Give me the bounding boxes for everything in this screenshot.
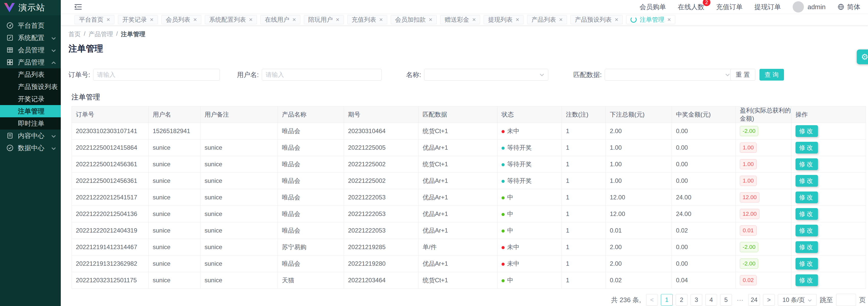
cell-win: 0.00: [672, 239, 736, 256]
tab-online-users[interactable]: 在线用户×: [260, 15, 300, 24]
chevron-down-icon: [725, 73, 730, 76]
filter-buttons: 重置 查询: [731, 69, 784, 80]
close-icon[interactable]: ×: [667, 16, 671, 23]
sidebar-item-content-center[interactable]: 内容中心: [0, 130, 61, 142]
close-icon[interactable]: ×: [516, 16, 519, 23]
breadcrumb-separator: /: [84, 30, 86, 38]
reset-button[interactable]: 重置: [731, 69, 755, 80]
tab-lottery-records[interactable]: 开奖记录×: [118, 15, 158, 24]
topbar-link-recharge-orders[interactable]: 充值订单: [716, 3, 743, 11]
table-header-row: 订单号用户名用户备注产品名称期号匹配数据状态注数(注)下注总额(元)中奖金额(元…: [72, 106, 866, 123]
sidebar-item-product-management[interactable]: 产品管理: [0, 56, 61, 68]
tab-bet-order-management[interactable]: 注单管理×: [626, 15, 675, 24]
sidebar-item-realtime-bet-orders[interactable]: 即时注单: [0, 117, 61, 130]
close-icon[interactable]: ×: [193, 16, 197, 23]
close-icon[interactable]: ×: [336, 16, 339, 23]
page-button-5[interactable]: 5: [720, 294, 732, 306]
jump-page-input[interactable]: [836, 294, 856, 306]
cell-remark: sunice: [200, 156, 278, 173]
edit-button[interactable]: 修改: [796, 274, 818, 286]
page-size-select[interactable]: 10 条/页: [778, 294, 817, 306]
column-header: 匹配数据: [418, 106, 497, 123]
sidebar-item-bet-order-management[interactable]: 注单管理: [0, 105, 61, 117]
close-icon[interactable]: ×: [379, 16, 383, 23]
tab-companion-users[interactable]: 陪玩用户×: [304, 15, 344, 24]
edit-button[interactable]: 修改: [796, 125, 818, 137]
close-icon[interactable]: ×: [472, 16, 476, 23]
page-button-24[interactable]: 24: [748, 294, 760, 306]
tab-withdraw-list[interactable]: 提现列表×: [484, 15, 524, 24]
sidebar-item-product-preset-list[interactable]: 产品预设列表: [0, 80, 61, 93]
table-row: 202212191412314467sunicesunice苏宁易购202212…: [72, 239, 866, 256]
close-icon[interactable]: ×: [615, 16, 618, 23]
sidebar-item-label: 会员管理: [18, 46, 51, 55]
sidebar-item-platform-home[interactable]: 平台首页: [0, 20, 61, 32]
cell-action: 修改: [792, 156, 866, 173]
status-label: 等待开奖: [507, 177, 532, 184]
order-no-input[interactable]: [93, 69, 220, 80]
status-dot-win: [501, 230, 505, 233]
next-page-button[interactable]: >: [763, 294, 775, 306]
edit-button[interactable]: 修改: [796, 241, 818, 253]
language-switch[interactable]: 简体: [837, 3, 860, 11]
close-icon[interactable]: ×: [150, 16, 153, 23]
tab-product-preset-list[interactable]: 产品预设列表×: [570, 15, 623, 24]
bet-orders-table: 订单号用户名用户备注产品名称期号匹配数据状态注数(注)下注总额(元)中奖金额(元…: [71, 106, 866, 288]
topbar-link-member-orders[interactable]: 会员购单: [640, 3, 666, 11]
user-menu[interactable]: admin: [793, 1, 826, 12]
close-icon[interactable]: ×: [429, 16, 432, 23]
sidebar-item-data-center[interactable]: 数据中心: [0, 142, 61, 154]
close-icon[interactable]: ×: [559, 16, 563, 23]
settings-handle[interactable]: ⚙: [857, 49, 868, 64]
logo[interactable]: 演示站: [0, 0, 61, 15]
tab-member-adjustment[interactable]: 会员加扣款×: [391, 15, 437, 24]
breadcrumb-item[interactable]: 产品管理: [89, 30, 113, 38]
sidebar-item-lottery-records[interactable]: 开奖记录: [0, 93, 61, 105]
tab-system-config-list[interactable]: 系统配置列表×: [205, 15, 257, 24]
topbar-link-online-users[interactable]: 在线人数 2: [678, 3, 704, 11]
edit-button[interactable]: 修改: [796, 225, 818, 236]
close-icon[interactable]: ×: [249, 16, 253, 23]
sidebar-item-member-management[interactable]: 会员管理: [0, 44, 61, 56]
close-icon[interactable]: ×: [106, 16, 110, 23]
cell-status: 等待开奖: [497, 156, 562, 173]
cell-action: 修改: [792, 173, 866, 189]
tab-member-list[interactable]: 会员列表×: [161, 15, 201, 24]
table-row: 202212220212504136sunicesunice唯品会2022122…: [72, 206, 866, 223]
edit-button[interactable]: 修改: [796, 175, 818, 186]
sidebar-item-product-list[interactable]: 产品列表: [0, 68, 61, 80]
table-row: 20230310230310714115265182941唯品会20230310…: [72, 123, 866, 139]
cell-win: 0.02: [672, 223, 736, 239]
tab-gift-bonus[interactable]: 赠送彩金×: [440, 15, 480, 24]
name-select[interactable]: [424, 69, 548, 80]
edit-button[interactable]: 修改: [796, 192, 818, 203]
topbar-link-withdraw-orders[interactable]: 提现订单: [754, 3, 781, 11]
edit-button[interactable]: 修改: [796, 208, 818, 220]
close-icon[interactable]: ×: [292, 16, 296, 23]
page-button-2[interactable]: 2: [676, 294, 687, 306]
edit-button[interactable]: 修改: [796, 158, 818, 170]
page-button-4[interactable]: 4: [705, 294, 717, 306]
prev-page-button[interactable]: <: [646, 294, 658, 306]
edit-button[interactable]: 修改: [796, 258, 818, 270]
search-button[interactable]: 查询: [760, 69, 784, 80]
edit-button[interactable]: 修改: [796, 142, 818, 154]
tab-product-list[interactable]: 产品列表×: [527, 15, 567, 24]
tab-label: 会员加扣款: [395, 15, 426, 24]
profit-badge: 0.02: [740, 275, 757, 285]
page-button-3[interactable]: 3: [690, 294, 702, 306]
tab-platform-home[interactable]: 平台首页×: [74, 15, 115, 24]
cell-period: 20221222053: [344, 223, 418, 239]
match-data-select[interactable]: [605, 69, 734, 80]
page-button-1[interactable]: 1: [661, 294, 673, 306]
sidebar-item-system-config[interactable]: 系统配置: [0, 32, 61, 44]
tab-recharge-list[interactable]: 充值列表×: [347, 15, 387, 24]
username-input[interactable]: [262, 69, 382, 80]
cell-win: 0.00: [672, 256, 736, 272]
cell-order: 202212220212504136: [72, 206, 149, 223]
cell-product: 唯品会: [278, 156, 344, 173]
breadcrumb-item[interactable]: 首页: [68, 30, 81, 38]
table-row: 202212220212541517sunicesunice唯品会2022122…: [72, 189, 866, 206]
cell-remark: sunice: [200, 173, 278, 189]
collapse-menu-icon[interactable]: [74, 3, 82, 10]
